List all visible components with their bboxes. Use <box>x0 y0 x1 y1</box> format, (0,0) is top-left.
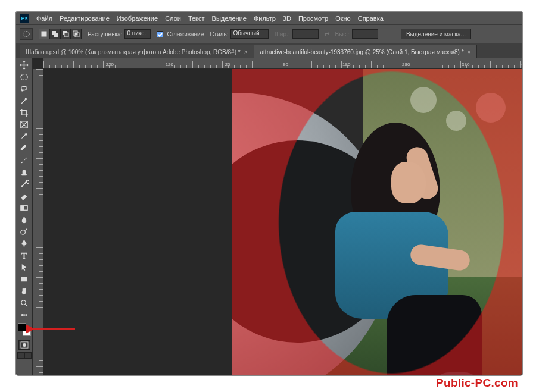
svg-rect-1 <box>42 32 47 37</box>
height-label: Выс.: <box>335 31 350 37</box>
screen-mode-standard-icon[interactable] <box>17 352 24 359</box>
width-label: Шир.: <box>275 31 290 37</box>
options-bar: Растушевка: 0 пикс. Сглаживание Стиль: О… <box>16 25 522 43</box>
height-group: Выс.: <box>335 29 378 39</box>
path-select-tool[interactable] <box>18 262 31 273</box>
menu-image[interactable]: Изображение <box>117 15 158 22</box>
quick-mask-toggle[interactable] <box>18 340 30 350</box>
document-canvas[interactable] <box>232 69 522 375</box>
antialias-group[interactable]: Сглаживание <box>157 31 204 37</box>
viewport[interactable] <box>43 69 522 375</box>
watermark: Public-PC.com <box>436 377 518 390</box>
menu-type[interactable]: Текст <box>188 15 205 22</box>
foreground-color-swatch[interactable] <box>18 323 26 331</box>
style-label: Стиль: <box>210 31 228 37</box>
frame-tool[interactable] <box>18 119 31 130</box>
ruler-vertical[interactable] <box>33 69 43 375</box>
svg-point-9 <box>21 74 27 80</box>
svg-point-18 <box>24 315 25 316</box>
screen-mode-group[interactable] <box>17 352 32 359</box>
screen-mode-full-icon[interactable] <box>24 352 32 359</box>
menu-bar: Ps Файл Редактирование Изображение Слои … <box>16 12 522 25</box>
svg-rect-5 <box>64 33 68 37</box>
toolbox <box>16 58 33 375</box>
svg-point-14 <box>21 230 26 235</box>
clone-stamp-tool[interactable] <box>18 167 31 178</box>
current-tool-icon[interactable] <box>20 28 33 40</box>
crop-tool[interactable] <box>18 107 31 118</box>
rectangle-tool[interactable] <box>18 274 31 285</box>
width-input <box>292 29 319 39</box>
sel-subtract-icon[interactable] <box>60 29 71 39</box>
selection-mode-group <box>39 29 82 39</box>
svg-point-0 <box>23 32 29 37</box>
quick-mask-overlay <box>232 69 522 375</box>
svg-point-21 <box>23 343 26 347</box>
width-group: Шир.: <box>275 29 319 39</box>
svg-rect-8 <box>75 33 77 35</box>
feather-group: Растушевка: 0 пикс. <box>88 29 151 39</box>
ruler-horizontal[interactable]: -220-120-2080180280380480 <box>43 58 522 69</box>
svg-rect-15 <box>21 277 27 282</box>
close-icon[interactable]: × <box>244 49 248 55</box>
height-input <box>352 29 378 39</box>
tab-document-2[interactable]: attractive-beautiful-beauty-1933760.jpg … <box>254 45 478 58</box>
lasso-tool[interactable] <box>18 83 31 95</box>
style-select[interactable]: Обычный <box>230 29 268 39</box>
svg-point-19 <box>26 315 27 316</box>
type-tool[interactable] <box>18 250 31 261</box>
brush-tool[interactable] <box>18 155 31 166</box>
hand-tool[interactable] <box>18 286 31 297</box>
svg-point-16 <box>21 300 26 305</box>
tab-document-1[interactable]: Шаблон.psd @ 100% (Как размыть края у фо… <box>20 45 254 58</box>
menu-filter[interactable]: Фильтр <box>254 15 276 22</box>
marquee-tool[interactable] <box>18 71 31 83</box>
app-logo: Ps <box>20 14 29 23</box>
menu-edit[interactable]: Редактирование <box>60 15 110 22</box>
svg-rect-3 <box>54 33 58 37</box>
menu-3d[interactable]: 3D <box>283 15 291 22</box>
workspace: -220-120-2080180280380480 <box>16 58 522 375</box>
feather-label: Растушевка: <box>88 31 122 37</box>
color-swatches[interactable] <box>18 323 31 336</box>
select-and-mask-button[interactable]: Выделение и маска... <box>401 29 471 39</box>
history-brush-tool[interactable] <box>18 178 31 190</box>
canvas-area: -220-120-2080180280380480 <box>33 58 522 375</box>
menu-help[interactable]: Справка <box>358 15 384 22</box>
menu-file[interactable]: Файл <box>36 15 52 22</box>
sel-add-icon[interactable] <box>49 29 60 39</box>
tab-label: attractive-beautiful-beauty-1933760.jpg … <box>260 49 464 55</box>
magic-wand-tool[interactable] <box>18 95 31 106</box>
tab-label: Шаблон.psd @ 100% (Как размыть края у фо… <box>26 49 241 55</box>
sel-intersect-icon[interactable] <box>71 29 82 39</box>
blur-tool[interactable] <box>18 214 31 225</box>
feather-input[interactable]: 0 пикс. <box>124 29 151 39</box>
spot-heal-tool[interactable] <box>18 143 31 154</box>
zoom-tool[interactable] <box>18 297 31 309</box>
close-icon[interactable]: × <box>468 49 471 55</box>
dodge-tool[interactable] <box>18 226 31 237</box>
menu-layer[interactable]: Слои <box>165 15 181 22</box>
sel-new-icon[interactable] <box>39 29 49 39</box>
eyedropper-tool[interactable] <box>18 131 31 142</box>
gradient-tool[interactable] <box>18 202 31 214</box>
svg-rect-13 <box>21 206 24 211</box>
move-tool[interactable] <box>18 59 31 71</box>
photoshop-window: Ps Файл Редактирование Изображение Слои … <box>15 11 523 376</box>
antialias-label: Сглаживание <box>167 31 204 37</box>
eraser-tool[interactable] <box>18 190 31 202</box>
menu-view[interactable]: Просмотр <box>298 15 328 22</box>
edit-toolbar-icon[interactable] <box>18 309 31 321</box>
menu-select[interactable]: Выделение <box>212 15 247 22</box>
swap-dims-icon: ⇄ <box>325 31 329 37</box>
pen-tool[interactable] <box>18 238 31 249</box>
antialias-checkbox[interactable] <box>157 31 163 37</box>
menu-window[interactable]: Окно <box>335 15 351 22</box>
svg-rect-11 <box>20 145 27 151</box>
svg-point-17 <box>21 315 23 316</box>
style-group: Стиль: Обычный <box>210 29 268 39</box>
document-tabs: Шаблон.psd @ 100% (Как размыть края у фо… <box>16 43 522 58</box>
